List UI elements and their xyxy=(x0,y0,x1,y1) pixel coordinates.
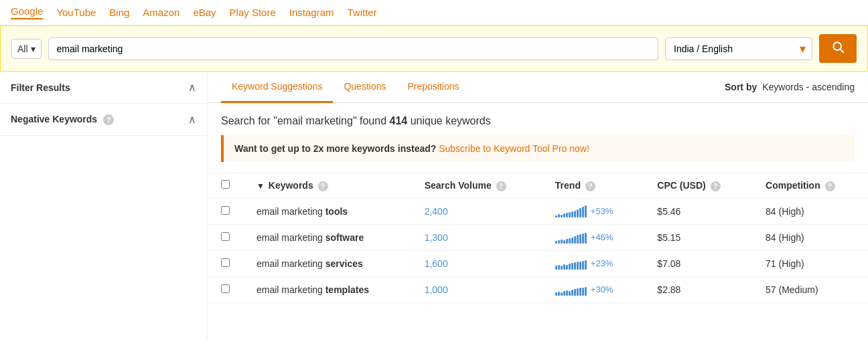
trend-bar xyxy=(566,290,568,296)
search-type-dropdown[interactable]: All ▾ xyxy=(11,39,42,59)
tab-keyword-suggestions[interactable]: Keyword Suggestions xyxy=(221,72,333,103)
trend-percent: +23% xyxy=(591,258,613,268)
trend-bar xyxy=(555,266,557,270)
trend-bar xyxy=(582,207,584,217)
trend-bars xyxy=(555,258,587,270)
negative-keywords-title: Negative Keywords ? xyxy=(11,114,114,125)
table-row: email marketing tools2,400+53%$5.4684 (H… xyxy=(208,198,868,224)
cpc-cell: $5.46 xyxy=(644,198,752,224)
trend-bar xyxy=(555,292,557,296)
location-select[interactable]: India / English xyxy=(665,37,812,60)
tabs-list: Keyword Suggestions Questions Prepositio… xyxy=(221,72,470,102)
trend-bar xyxy=(558,214,560,217)
trend-bar xyxy=(579,208,581,217)
promo-link[interactable]: Subscribe to Keyword Tool Pro now! xyxy=(439,143,589,154)
trend-bar xyxy=(574,211,576,217)
nav-item-amazon[interactable]: Amazon xyxy=(143,7,179,18)
trend-cell: +53% xyxy=(542,198,644,224)
trend-percent: +46% xyxy=(591,232,613,242)
trend-bar xyxy=(571,211,573,217)
trend-bar xyxy=(574,289,576,296)
nav-item-playstore[interactable]: Play Store xyxy=(230,7,276,18)
results-summary: Search for "email marketing" found 414 u… xyxy=(208,103,868,135)
trend-bar xyxy=(563,213,565,217)
sort-by-value[interactable]: Keywords - ascending xyxy=(762,82,855,92)
negative-keywords-help-icon[interactable]: ? xyxy=(103,114,114,125)
trend-bar xyxy=(585,260,587,270)
tab-prepositions[interactable]: Prepositions xyxy=(396,72,469,103)
nav-item-bing[interactable]: Bing xyxy=(109,7,129,18)
trend-bar xyxy=(558,292,560,296)
row-checkbox-2[interactable] xyxy=(221,258,230,267)
competition-cell: 57 (Medium) xyxy=(752,276,868,302)
trend-percent: +30% xyxy=(591,284,613,294)
row-checkbox-0[interactable] xyxy=(221,206,230,215)
trend-bar xyxy=(569,212,571,217)
row-checkbox-1[interactable] xyxy=(221,232,230,241)
trend-bar xyxy=(579,288,581,296)
trend-bar xyxy=(563,291,565,296)
trend-bar xyxy=(569,264,571,270)
trend-bar xyxy=(582,234,584,244)
row-checkbox-3[interactable] xyxy=(221,284,230,293)
results-query: email marketing xyxy=(277,115,353,126)
trend-cell: +30% xyxy=(542,276,644,302)
tab-questions[interactable]: Questions xyxy=(333,72,396,103)
nav-item-google[interactable]: Google xyxy=(11,5,43,19)
trend-bar xyxy=(561,240,563,244)
trend-bar xyxy=(585,233,587,244)
cpc-help-icon[interactable]: ? xyxy=(711,181,721,191)
competition-col-header: Competition ? xyxy=(752,173,868,199)
trend-bar xyxy=(566,239,568,244)
trend-cell: +23% xyxy=(542,250,644,276)
negative-keywords-chevron-icon: ∧ xyxy=(188,113,196,126)
keyword-cell: email marketing services xyxy=(243,250,411,276)
filter-results-chevron-icon: ∧ xyxy=(188,81,196,94)
search-icon xyxy=(831,40,845,54)
nav-item-youtube[interactable]: YouTube xyxy=(56,7,96,18)
competition-cell: 84 (High) xyxy=(752,224,868,250)
trend-bar xyxy=(579,262,581,270)
trend-cell: +46% xyxy=(542,224,644,250)
trend-bar xyxy=(577,262,579,270)
trend-percent: +53% xyxy=(591,206,613,216)
trend-bar xyxy=(577,235,579,244)
trend-help-icon[interactable]: ? xyxy=(585,181,595,191)
location-selector: India / English ▾ xyxy=(665,37,812,60)
search-volume-cell: 2,400 xyxy=(411,198,542,224)
select-all-checkbox-col xyxy=(208,173,243,199)
trend-bar xyxy=(582,288,584,296)
main-layout: Filter Results ∧ Negative Keywords ? ∧ K… xyxy=(0,72,868,339)
competition-help-icon[interactable]: ? xyxy=(825,181,835,191)
nav-item-instagram[interactable]: Instagram xyxy=(289,7,334,18)
sort-by-section: Sort by Keywords - ascending xyxy=(725,82,855,92)
keyword-help-icon[interactable]: ? xyxy=(318,181,328,191)
trend-bar xyxy=(566,213,568,217)
nav-item-twitter[interactable]: Twitter xyxy=(348,7,377,18)
filter-results-title: Filter Results xyxy=(11,82,70,93)
trend-bar xyxy=(558,240,560,244)
trend-bar xyxy=(558,265,560,270)
table-row: email marketing templates1,000+30%$2.885… xyxy=(208,276,868,302)
trend-bar xyxy=(577,209,579,217)
nav-item-ebay[interactable]: eBay xyxy=(193,7,216,18)
dropdown-arrow-icon: ▾ xyxy=(31,43,35,54)
search-input[interactable] xyxy=(48,37,658,60)
competition-cell: 71 (High) xyxy=(752,250,868,276)
promo-text: Want to get up to 2x more keywords inste… xyxy=(234,143,436,154)
keyword-cell: email marketing tools xyxy=(243,198,411,224)
trend-bar xyxy=(571,290,573,296)
keyword-cell: email marketing software xyxy=(243,224,411,250)
select-all-checkbox[interactable] xyxy=(221,180,230,189)
keywords-table: ▼ Keywords ? Search Volume ? Trend ? CPC… xyxy=(208,173,868,303)
negative-keywords-header[interactable]: Negative Keywords ? ∧ xyxy=(11,113,196,126)
filter-results-header[interactable]: Filter Results ∧ xyxy=(11,81,196,94)
search-volume-help-icon[interactable]: ? xyxy=(496,181,506,191)
tabs-bar: Keyword Suggestions Questions Prepositio… xyxy=(208,72,868,103)
search-button[interactable] xyxy=(819,34,857,63)
trend-bar xyxy=(577,288,579,296)
trend-bars xyxy=(555,284,587,296)
trend-bar xyxy=(569,291,571,296)
table-row: email marketing services1,600+23%$7.0871… xyxy=(208,250,868,276)
sort-arrow-icon: ▼ xyxy=(257,181,265,191)
